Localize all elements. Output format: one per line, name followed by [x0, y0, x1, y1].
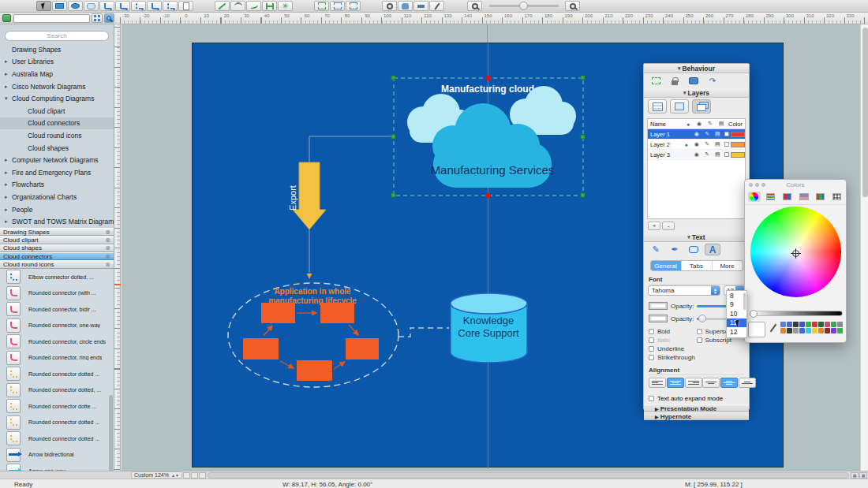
color-crayons-icon[interactable]	[814, 192, 827, 202]
layer-color-swatch[interactable]	[731, 152, 745, 158]
color-swatch[interactable]	[837, 322, 843, 327]
list-item[interactable]: Rounded connector (with ...	[0, 285, 114, 301]
cloud-group[interactable]: Manufacturing cloud Manufacturing Servic…	[391, 76, 585, 198]
color-swatch[interactable]	[831, 322, 836, 327]
export-arrow[interactable]: Export	[288, 162, 326, 229]
brightness-slider[interactable]	[750, 311, 843, 316]
colors-titlebar[interactable]: Colors	[745, 180, 846, 190]
select-lasso-icon[interactable]	[330, 1, 345, 11]
color-wheel-cursor[interactable]	[792, 250, 799, 257]
color-swatch[interactable]	[787, 322, 792, 327]
tab-more[interactable]: More	[713, 261, 743, 270]
list-item[interactable]: Rounded connector, circle ends	[0, 333, 114, 350]
color-palette-icon[interactable]	[781, 192, 794, 202]
knowledge-db[interactable]: Knowledge Core Support	[451, 293, 527, 363]
split-view-button[interactable]: ▦	[851, 472, 859, 479]
color-swatch[interactable]	[818, 328, 824, 333]
color-swatch[interactable]	[825, 322, 830, 327]
valign-bottom-button[interactable]	[739, 378, 756, 388]
page-button-3[interactable]	[199, 472, 206, 479]
strikethrough-checkbox[interactable]: Strikethrough	[649, 353, 697, 362]
pen-icon[interactable]: ✎	[648, 244, 664, 255]
layer-color-checkbox[interactable]	[724, 152, 729, 157]
printer-icon[interactable]: ▤	[713, 151, 723, 158]
curve-connector-tool-icon[interactable]	[147, 1, 162, 11]
section-cloud-connectors[interactable]: Cloud connectors⊗	[0, 252, 114, 260]
smart-connector-tool-icon[interactable]	[115, 1, 130, 11]
valign-middle-button[interactable]	[720, 378, 738, 388]
arrow-connector-tool-icon[interactable]	[131, 1, 146, 11]
textbox-icon[interactable]	[686, 244, 702, 255]
size-option-10[interactable]: 10	[727, 309, 746, 319]
color-image-icon[interactable]	[798, 192, 810, 202]
printer-icon[interactable]: ▤	[713, 141, 723, 147]
stamp-tool-icon[interactable]	[413, 1, 428, 11]
font-family-select[interactable]: Tahoma ▲▼	[648, 285, 720, 296]
vertical-scrollbar[interactable]	[860, 24, 868, 471]
layers-stack-view-icon[interactable]	[692, 99, 711, 114]
color-grid-icon[interactable]	[831, 192, 844, 202]
tab-general[interactable]: General	[651, 261, 682, 270]
color-swatch[interactable]	[812, 322, 817, 327]
sidebar-item-cloud-clipart[interactable]: Cloud clipart	[0, 105, 114, 117]
dashed-connector[interactable]	[398, 328, 449, 337]
connection-point-top[interactable]	[486, 76, 491, 80]
ink-icon[interactable]: ✒	[667, 244, 683, 255]
eye-icon[interactable]: ◉	[691, 141, 702, 147]
library-scrollbar[interactable]	[109, 395, 113, 482]
text-color-well[interactable]	[649, 302, 668, 310]
dropdown-scrollbar[interactable]	[743, 292, 746, 310]
bold-checkbox[interactable]: Bold	[649, 327, 697, 336]
color-sliders-icon[interactable]	[765, 192, 777, 202]
arc-tool-icon[interactable]	[230, 1, 245, 11]
font-family-stepper-icon[interactable]: ▲▼	[711, 286, 720, 295]
sidebar-item-flowcharts[interactable]: ▸Flowcharts	[0, 179, 114, 192]
list-item[interactable]: Rounded connector, one-way	[0, 317, 114, 333]
list-item[interactable]: Rounded connector, bidir ...	[0, 301, 114, 318]
color-wheel-icon[interactable]	[748, 192, 761, 202]
close-icon[interactable]: ⊗	[105, 261, 110, 268]
underline-checkbox[interactable]: Underline	[649, 345, 697, 353]
sidebar-item-cloud-shapes[interactable]: Cloud shapes	[0, 142, 114, 155]
background-color-well[interactable]	[649, 315, 668, 322]
color-swatch[interactable]	[806, 322, 811, 327]
eyedropper-icon[interactable]	[769, 322, 777, 334]
color-swatch[interactable]	[799, 322, 805, 327]
sidebar-item-swot-and-tows-matrix-diagrams[interactable]: ▸SWOT and TOWS Matrix Diagrams	[0, 215, 114, 228]
layer-row[interactable]: Layer 3◉✎▤	[648, 150, 745, 160]
color-swatch[interactable]	[818, 322, 824, 327]
list-item[interactable]: Elbow connector dotted, ...	[0, 269, 114, 285]
zoom-out-icon[interactable]	[467, 1, 482, 11]
color-swatch[interactable]	[825, 328, 830, 333]
direct-connector-tool-icon[interactable]	[99, 1, 114, 11]
color-swatch[interactable]	[831, 328, 836, 333]
list-item[interactable]: Rounded connector dotted, ...	[0, 382, 114, 398]
spline-tool-icon[interactable]	[246, 1, 261, 11]
layer-row[interactable]: Layer 1◉✎▤	[648, 129, 745, 140]
pointer-tool-icon[interactable]	[36, 1, 51, 11]
size-option-12[interactable]: 12	[727, 327, 746, 337]
horizontal-scrollbar-track[interactable]	[208, 472, 849, 479]
color-swatch[interactable]	[799, 328, 805, 333]
vertical-scrollbar-thumb[interactable]	[862, 28, 868, 197]
round-connector-tool-icon[interactable]	[163, 1, 178, 11]
text-tool-icon[interactable]	[178, 1, 193, 11]
size-option-11[interactable]: 11	[727, 319, 746, 328]
tab-tabs[interactable]: Tabs	[682, 261, 713, 270]
slide-icon[interactable]	[686, 75, 702, 87]
list-item[interactable]: Rounded connector dotted ...	[0, 366, 114, 382]
color-swatch[interactable]	[793, 328, 799, 333]
list-item[interactable]: Rounded connector dotte ...	[0, 398, 114, 415]
align-right-button[interactable]	[685, 378, 702, 388]
color-swatch[interactable]	[793, 322, 799, 327]
remove-layer-button[interactable]: -	[662, 222, 675, 230]
color-swatch[interactable]	[806, 328, 811, 333]
close-icon[interactable]: ⊗	[105, 237, 110, 244]
lifecycle-group[interactable]: Application in whole manufacturing lifec…	[228, 283, 398, 387]
layers-edit-view-icon[interactable]	[670, 99, 689, 114]
brightness-knob[interactable]	[750, 310, 758, 318]
pan-tool-icon[interactable]	[398, 1, 413, 11]
sidebar-item-computer-network-diagrams[interactable]: ▸Computer Network Diagrams	[0, 154, 114, 166]
connection-point-bottom[interactable]	[486, 193, 491, 198]
sidebar-item-cisco-network-diagrams[interactable]: ▸Cisco Network Diagrams	[0, 80, 114, 93]
